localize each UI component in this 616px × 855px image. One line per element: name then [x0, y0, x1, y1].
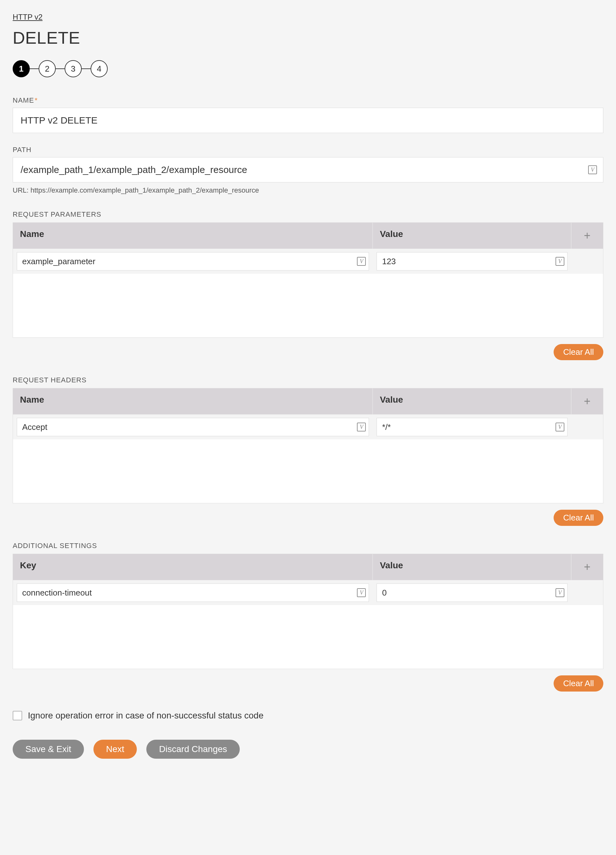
- step-connector: [56, 69, 64, 69]
- name-label: NAME*: [13, 96, 603, 104]
- path-label: PATH: [13, 146, 603, 154]
- variable-icon[interactable]: V: [588, 165, 597, 174]
- grid-empty-space: [13, 440, 603, 496]
- setting-value-input[interactable]: [377, 584, 567, 602]
- clear-all-button[interactable]: Clear All: [553, 344, 603, 360]
- add-row-button[interactable]: +: [572, 554, 603, 580]
- column-header-value: Value: [373, 223, 572, 249]
- request-headers-label: REQUEST HEADERS: [13, 376, 603, 384]
- column-header-value: Value: [373, 554, 572, 580]
- next-button[interactable]: Next: [93, 740, 137, 759]
- grid-empty-space: [13, 274, 603, 331]
- table-row: V V: [13, 249, 603, 274]
- step-4[interactable]: 4: [90, 60, 108, 77]
- request-parameters-grid: Name Value + V V: [13, 222, 603, 338]
- setting-key-input[interactable]: [17, 584, 369, 602]
- stepper: 1 2 3 4: [13, 60, 603, 77]
- column-header-name: Name: [13, 223, 373, 249]
- ignore-error-checkbox[interactable]: [13, 711, 22, 720]
- variable-icon[interactable]: V: [357, 588, 366, 597]
- request-headers-grid: Name Value + V V: [13, 388, 603, 503]
- variable-icon[interactable]: V: [556, 588, 564, 597]
- breadcrumb: HTTP v2: [13, 13, 603, 21]
- column-header-key: Key: [13, 554, 373, 580]
- variable-icon[interactable]: V: [357, 423, 366, 432]
- column-header-name: Name: [13, 388, 373, 414]
- save-exit-button[interactable]: Save & Exit: [13, 740, 84, 759]
- step-1[interactable]: 1: [13, 60, 30, 77]
- header-name-input[interactable]: [17, 418, 369, 436]
- variable-icon[interactable]: V: [556, 423, 564, 432]
- header-value-input[interactable]: [377, 418, 567, 436]
- additional-settings-grid: Key Value + V V: [13, 554, 603, 669]
- step-connector: [82, 69, 90, 69]
- step-2[interactable]: 2: [38, 60, 56, 77]
- path-input[interactable]: [13, 157, 603, 182]
- request-parameters-label: REQUEST PARAMETERS: [13, 210, 603, 219]
- page-title: DELETE: [13, 28, 603, 48]
- discard-changes-button[interactable]: Discard Changes: [146, 740, 240, 759]
- name-input[interactable]: [13, 108, 603, 133]
- variable-icon[interactable]: V: [357, 257, 366, 266]
- url-hint: URL: https://example.com/example_path_1/…: [13, 186, 603, 195]
- add-row-button[interactable]: +: [572, 223, 603, 249]
- step-connector: [30, 69, 38, 69]
- grid-empty-space: [13, 605, 603, 662]
- column-header-value: Value: [373, 388, 572, 414]
- additional-settings-label: ADDITIONAL SETTINGS: [13, 542, 603, 550]
- clear-all-button[interactable]: Clear All: [553, 676, 603, 691]
- param-value-input[interactable]: [377, 252, 567, 271]
- param-name-input[interactable]: [17, 252, 369, 271]
- variable-icon[interactable]: V: [556, 257, 564, 266]
- table-row: V V: [13, 414, 603, 440]
- ignore-error-label: Ignore operation error in case of non-su…: [28, 711, 264, 721]
- clear-all-button[interactable]: Clear All: [553, 510, 603, 526]
- table-row: V V: [13, 580, 603, 605]
- step-3[interactable]: 3: [64, 60, 82, 77]
- add-row-button[interactable]: +: [572, 388, 603, 414]
- breadcrumb-link[interactable]: HTTP v2: [13, 13, 43, 21]
